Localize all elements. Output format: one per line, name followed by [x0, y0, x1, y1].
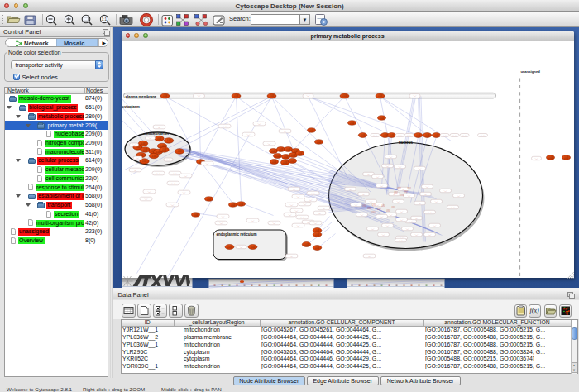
svg-text:###: ###: [278, 147, 282, 151]
svg-text:·─·: ·─·: [366, 172, 370, 175]
svg-text:·─·: ·─·: [396, 199, 400, 203]
svg-text:###: ###: [389, 133, 393, 136]
svg-text:·─·: ·─·: [184, 174, 187, 177]
svg-text:###: ###: [290, 159, 294, 162]
svg-text:nucleus: nucleus: [398, 141, 413, 145]
svg-text:###: ###: [415, 133, 419, 136]
svg-text:·─·: ·─·: [173, 171, 176, 174]
svg-text:###: ###: [394, 190, 398, 194]
svg-text:###: ###: [371, 210, 376, 213]
svg-text:###: ###: [424, 133, 428, 136]
svg-text:·─·: ·─·: [306, 94, 309, 98]
svg-text:###: ###: [283, 155, 287, 158]
svg-text:·─·: ·─·: [251, 218, 254, 222]
svg-text:·─·: ·─·: [423, 192, 427, 195]
svg-text:·─·: ·─·: [148, 136, 151, 140]
svg-text:###: ###: [166, 139, 170, 142]
svg-text:·─·: ·─·: [182, 190, 185, 194]
svg-text:###: ###: [250, 245, 254, 248]
svg-text:·─·: ·─·: [413, 94, 416, 98]
svg-text:·─·: ·─·: [398, 133, 401, 136]
svg-text:###: ###: [304, 242, 308, 246]
svg-text:·─·: ·─·: [418, 201, 421, 204]
svg-text:###: ###: [141, 141, 145, 145]
svg-text:endoplasmic reticulum: endoplasmic reticulum: [216, 232, 256, 236]
svg-text:###: ###: [314, 228, 318, 232]
svg-text:·─·: ·─·: [144, 197, 147, 200]
svg-text:·─·: ·─·: [197, 94, 200, 98]
svg-text:·─·: ·─·: [171, 181, 175, 184]
svg-text:·─·: ·─·: [418, 166, 421, 170]
svg-text:unassigned: unassigned: [520, 69, 540, 73]
svg-text:###: ###: [282, 160, 286, 164]
svg-text:·─·: ·─·: [400, 218, 403, 221]
svg-text:·─·: ·─·: [313, 221, 317, 224]
svg-text:·─·: ·─·: [170, 203, 174, 206]
svg-text:·─·: ·─·: [443, 189, 447, 192]
svg-text:###: ###: [156, 136, 160, 140]
svg-text:###: ###: [227, 245, 231, 248]
svg-text:###: ###: [433, 133, 438, 136]
svg-text:###: ###: [271, 160, 275, 163]
svg-text:###: ###: [360, 133, 364, 136]
svg-text:###: ###: [407, 186, 411, 189]
svg-text:·─·: ·─·: [400, 209, 403, 213]
svg-text:·─·: ·─·: [373, 133, 376, 136]
svg-text:·─·: ·─·: [462, 133, 466, 136]
svg-text:·─·: ·─·: [239, 245, 242, 248]
svg-text:###: ###: [367, 206, 371, 209]
svg-text:1:1: 1:1: [102, 17, 108, 22]
svg-text:·─·: ·─·: [380, 214, 383, 218]
svg-text:·─·: ·─·: [385, 164, 389, 167]
svg-text:·─·: ·─·: [132, 143, 135, 146]
svg-text:###: ###: [161, 148, 165, 151]
svg-text:·─·: ·─·: [292, 187, 295, 190]
svg-text:·─·: ·─·: [223, 124, 226, 127]
svg-text:·─·: ·─·: [219, 221, 223, 224]
svg-text:·─·: ·─·: [246, 132, 250, 136]
svg-text:·─·: ·─·: [428, 232, 431, 236]
svg-text:###: ###: [233, 94, 237, 98]
svg-text:·─·: ·─·: [481, 133, 484, 136]
svg-text:###: ###: [377, 94, 381, 98]
svg-text:###: ###: [290, 153, 294, 156]
svg-text:·─·: ·─·: [367, 254, 371, 257]
svg-text:·─·: ·─·: [309, 198, 312, 201]
svg-text:·─·: ·─·: [311, 191, 314, 194]
svg-text:###: ###: [141, 160, 146, 163]
svg-text:·─·: ·─·: [166, 158, 170, 161]
svg-text:###: ###: [206, 197, 210, 200]
svg-text:·─·: ·─·: [398, 165, 401, 168]
svg-text:·─·: ·─·: [272, 221, 275, 224]
svg-text:·─·: ·─·: [399, 238, 402, 241]
svg-text:·─·: ·─·: [133, 168, 136, 171]
svg-text:·─·: ·─·: [376, 174, 379, 178]
svg-text:###: ###: [342, 94, 346, 98]
svg-text:###: ###: [404, 189, 408, 193]
svg-text:·─·: ·─·: [296, 194, 299, 198]
svg-text:·─·: ·─·: [371, 227, 374, 230]
svg-text:###: ###: [382, 133, 386, 136]
svg-text:·─·: ·─·: [354, 203, 357, 206]
svg-text:·─·: ·─·: [360, 213, 363, 216]
svg-text:·─·: ·─·: [385, 223, 389, 227]
svg-text:###: ###: [269, 94, 273, 98]
svg-text:·─·: ·─·: [428, 210, 431, 213]
svg-text:·─·: ·─·: [348, 187, 352, 190]
svg-text:###: ###: [349, 121, 353, 124]
svg-text:###: ###: [314, 246, 318, 249]
svg-text:·─·: ·─·: [290, 254, 293, 257]
svg-text:###: ###: [397, 186, 401, 189]
svg-text:·─·: ·─·: [221, 214, 224, 218]
svg-text:·─·: ·─·: [318, 211, 321, 214]
svg-text:·─·: ·─·: [205, 161, 208, 165]
svg-text:###: ###: [230, 203, 234, 206]
svg-text:·─·: ·─·: [434, 199, 438, 203]
svg-text:###: ###: [377, 207, 381, 210]
svg-text:·─·: ·─·: [534, 156, 538, 160]
svg-text:###: ###: [162, 94, 166, 98]
svg-text:·─·: ·─·: [407, 133, 410, 136]
svg-text:###: ###: [270, 149, 275, 152]
svg-text:·─·: ·─·: [389, 213, 392, 216]
svg-text:·─·: ·─·: [147, 189, 151, 193]
